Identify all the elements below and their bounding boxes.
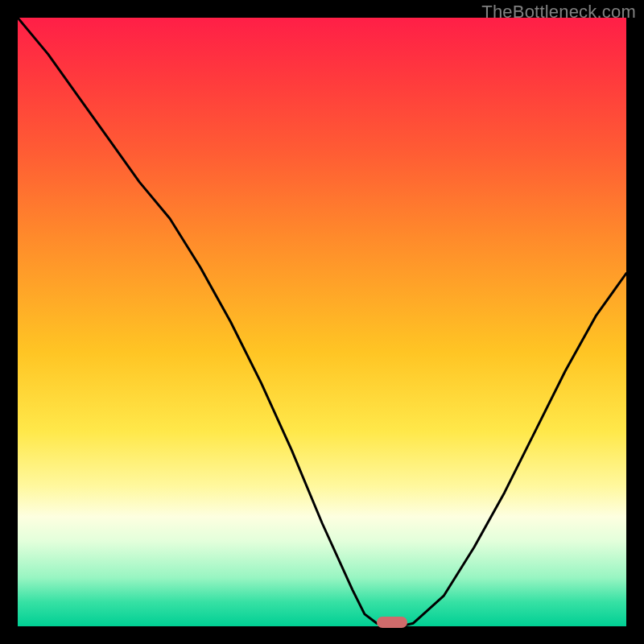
- chart-frame: TheBottleneck.com: [0, 0, 644, 644]
- plot-area: [18, 18, 626, 626]
- bottleneck-curve: [18, 18, 626, 626]
- optimal-marker: [377, 617, 407, 628]
